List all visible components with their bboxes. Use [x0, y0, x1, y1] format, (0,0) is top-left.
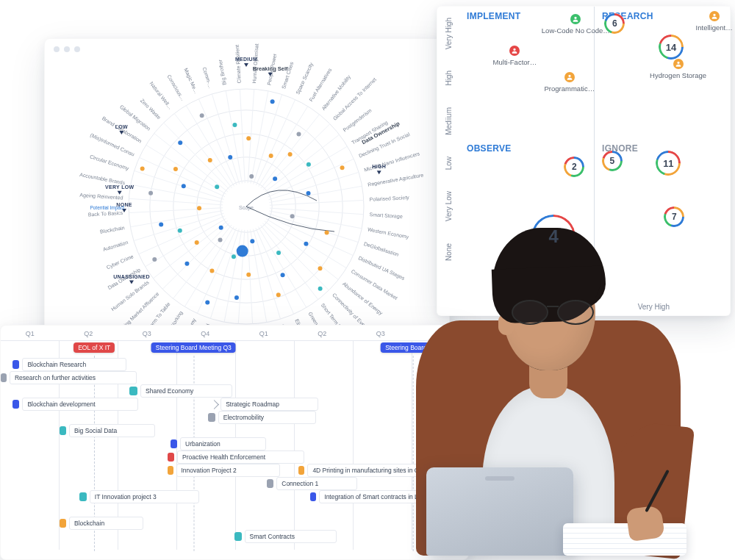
svg-line-33 [270, 200, 364, 205]
pin-label: Multi-Factor… [493, 58, 537, 66]
svg-point-133 [195, 240, 199, 245]
task-label: Innovation Project 2 [176, 464, 280, 477]
milestone[interactable]: Steering Board M… [381, 342, 445, 353]
matrix-badge[interactable]: 5 [602, 151, 623, 171]
roadmap-task[interactable]: Research on further activities [1, 372, 137, 384]
task-label: Proactive Health Enforcement [177, 450, 304, 464]
matrix-pin[interactable]: Hydrogen Storage [650, 59, 706, 79]
svg-line-85 [129, 208, 223, 213]
roadmap-task[interactable]: Strategic Roadmap [211, 398, 318, 410]
pen-icon [645, 470, 670, 512]
svg-text:Space Scarcity: Space Scarcity [295, 62, 315, 96]
svg-text:Back To Basics: Back To Basics [88, 210, 123, 218]
svg-text:Micro & Nano Influencers: Micro & Nano Influencers [364, 151, 421, 173]
task-bar [168, 466, 173, 475]
roadmap-task[interactable]: IT Innovation project 3 [79, 491, 199, 503]
matrix-badge[interactable]: 4 [531, 215, 576, 259]
svg-line-23 [265, 134, 339, 192]
svg-point-119 [325, 231, 329, 235]
roadmap-side-label: Innovation [0, 464, 1, 474]
svg-point-161 [237, 245, 248, 257]
svg-text:Smart Storage: Smart Storage [369, 212, 403, 220]
matrix-badge[interactable]: 14 [659, 35, 684, 60]
svg-text:Accountable Brands: Accountable Brands [79, 172, 126, 186]
svg-text:LOW: LOW [115, 124, 128, 129]
svg-point-157 [219, 226, 223, 230]
roadmap-task[interactable]: Blockchain Research [12, 359, 126, 370]
svg-point-122 [276, 251, 281, 255]
roadmap-task[interactable]: Proactive Health Enforcement [168, 451, 305, 463]
task-label: Electromobility [218, 411, 316, 424]
roadmap-task[interactable]: Integration of Smart contracts in Leasin… [310, 491, 469, 503]
svg-text:Blockchain: Blockchain [99, 225, 125, 234]
milestone[interactable]: Steering Board Meeting Q3 [151, 342, 236, 353]
task-label: Urbanization [180, 437, 266, 450]
svg-line-15 [256, 100, 295, 185]
svg-text:Conscious…: Conscious… [166, 73, 185, 101]
roadmap-col: Q1 [1, 326, 60, 340]
roadmap-col: Q3 [118, 326, 176, 340]
svg-point-129 [205, 301, 209, 305]
svg-line-91 [135, 170, 224, 199]
svg-point-132 [184, 262, 189, 266]
svg-line-49 [261, 225, 318, 299]
matrix-pin[interactable]: Intelligent… [696, 11, 733, 32]
svg-point-159 [249, 174, 254, 179]
person-icon [509, 46, 520, 56]
svg-point-131 [218, 237, 223, 242]
svg-line-47 [262, 223, 329, 290]
radar-chart[interactable]: Big BrotherClimate Resilient DesignHuman… [55, 43, 437, 352]
svg-point-154 [306, 191, 311, 195]
task-label: Smart Contracts [245, 530, 337, 543]
matrix-pin[interactable]: Programmatic… [545, 72, 595, 93]
roadmap-task[interactable]: Connection 1 [267, 478, 357, 489]
svg-text:Automation: Automation [102, 240, 129, 252]
svg-line-5 [226, 90, 242, 183]
matrix-pin[interactable]: Multi-Factor… [493, 46, 537, 66]
svg-line-19 [261, 115, 320, 188]
roadmap-task[interactable]: Big Social Data [60, 425, 156, 437]
task-bar [60, 519, 67, 528]
svg-point-138 [148, 191, 153, 195]
milestone-label: EOL of X IT [74, 342, 115, 353]
svg-text:Climate Resilient Design: Climate Resilient Design [234, 43, 243, 83]
quadrant-title: OBSERVE [467, 143, 512, 154]
svg-point-158 [140, 167, 145, 171]
svg-line-73 [162, 223, 229, 289]
svg-line-75 [153, 221, 227, 279]
svg-line-83 [130, 211, 223, 227]
roadmap-task[interactable]: Smart Contracts [234, 531, 337, 542]
roadmap-col: Q2 [293, 326, 352, 340]
svg-point-127 [234, 295, 239, 300]
roadmap-task[interactable]: Electromobility [208, 412, 316, 423]
matrix-badge[interactable]: 2 [564, 157, 584, 177]
svg-point-137 [197, 206, 201, 210]
quadrant-title: IMPLEMENT [467, 11, 520, 21]
roadmap-col: Q4 [410, 326, 469, 340]
svg-point-146 [232, 123, 237, 127]
svg-point-145 [228, 155, 232, 159]
svg-line-41 [268, 216, 353, 255]
roadmap-task[interactable]: Shared Economy [129, 385, 232, 397]
svg-line-21 [263, 124, 330, 190]
svg-text:UNASSIGNED: UNASSIGNED [113, 274, 150, 279]
svg-text:Polarised Society: Polarised Society [370, 195, 410, 203]
matrix-pin[interactable]: Low-Code No Code… [542, 14, 610, 35]
roadmap-col: Q1 [234, 326, 293, 340]
roadmap-task[interactable]: Blockchain development [12, 398, 138, 410]
milestone[interactable]: EOL of X IT [74, 342, 115, 353]
task-bar [60, 426, 67, 435]
roadmap-body[interactable]: EOL of X ITSteering Board Meeting Q3Stee… [1, 341, 468, 550]
task-label: Integration of Smart contracts in Leasin… [319, 490, 469, 503]
roadmap-task[interactable]: Innovation Project 2 [168, 464, 280, 476]
roadmap-task[interactable]: 4D Printing in manufacturing sites in Ch… [298, 464, 469, 476]
roadmap-task[interactable]: Blockchain [60, 517, 144, 529]
arrow-icon [209, 400, 219, 409]
svg-text:Postgenderism: Postgenderism [342, 107, 373, 133]
roadmap-col: Q4 [176, 326, 235, 340]
svg-point-153 [340, 165, 345, 170]
svg-text:Big Brother: Big Brother [218, 59, 228, 86]
svg-point-120 [304, 242, 308, 246]
svg-line-7 [240, 89, 245, 183]
roadmap-task[interactable]: Urbanization [171, 438, 267, 450]
